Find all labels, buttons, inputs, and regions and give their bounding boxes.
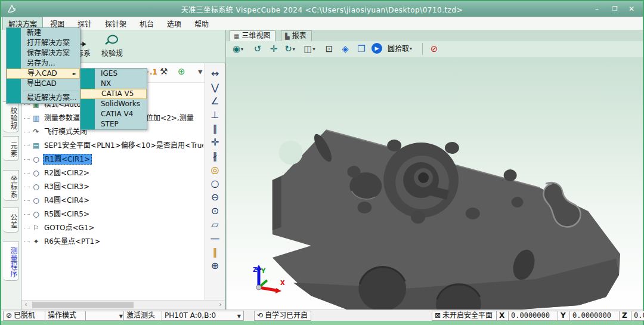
menubar-item[interactable]: 探针架 [99, 17, 132, 30]
menubar-item[interactable]: 选项 [161, 17, 187, 30]
distance-icon[interactable]: ↔ [205, 68, 225, 80]
menu-item-import-cad[interactable]: 导入CAD► [7, 69, 80, 79]
menu-item-label: 导出CAD [27, 79, 57, 88]
submenu-item-label: CATIA V5 [101, 89, 134, 98]
tree-connector [24, 228, 30, 229]
restore-button[interactable]: ❐ [607, 4, 623, 14]
close-button[interactable]: ✕ [624, 4, 639, 14]
menu-separator [23, 91, 79, 91]
pick-mode-dropdown[interactable]: 圆拾取▾ [388, 43, 412, 55]
tree-horizontal-scrollbar[interactable]: ‹ › [21, 300, 225, 309]
minimize-button[interactable]: – [589, 4, 605, 14]
tree-connector [24, 187, 30, 188]
sidebar-tab[interactable]: 校验规 [3, 101, 19, 132]
self-learning-icon: ⟲ [257, 311, 263, 320]
tree-connector [24, 146, 30, 147]
tree-item[interactable]: ▤SEP1安全平面<PLN1>偏移<10>是否启用<True> [24, 139, 203, 153]
offline-icon: ⊘ [6, 311, 12, 320]
window-select-icon[interactable]: ❐ [355, 43, 367, 55]
hammer-icon[interactable]: ⚒ [160, 66, 168, 77]
position-point-icon[interactable]: ✛ [205, 137, 225, 148]
toolbar-overflow-icon[interactable]: ▾ [198, 66, 203, 77]
axis-y-label: Y [261, 268, 265, 274]
coord-value: 0.0000000 [631, 311, 644, 321]
parallel-lines-icon[interactable]: ‖ [205, 246, 225, 258]
perpendicularity-icon[interactable]: ⊥ [205, 109, 225, 121]
window-bottom-border [1, 321, 643, 325]
parallelism-icon[interactable]: ∥ [205, 123, 225, 135]
menu-item-file[interactable]: 最近解决方案... [7, 93, 80, 103]
menu-item-file[interactable]: 导出CAD [7, 79, 80, 89]
play-icon[interactable]: ▶ [371, 43, 382, 54]
toolbar-separator [422, 43, 423, 55]
menu-item-file[interactable]: 另存为... [7, 58, 80, 69]
submenu-item-cad-format[interactable]: NX [80, 79, 147, 89]
import-cad-submenu: IGESNXCATIA V5SolidWorksCATIA V4STEP [80, 68, 147, 130]
true-position-icon[interactable]: ⊕ [205, 260, 225, 272]
angle-between-icon[interactable]: ⋁ [205, 82, 225, 94]
flatness-icon[interactable]: ▱ [205, 219, 225, 231]
submenu-item-cad-format[interactable]: STEP [80, 119, 147, 129]
tree-item[interactable]: ○R1圆<CIR1> [24, 153, 203, 166]
zoom-fit-icon[interactable]: ⊡ [323, 43, 335, 55]
menu-item-label: 打开解决方案 [27, 39, 70, 47]
scroll-right-arrow[interactable]: › [216, 301, 225, 309]
runout-icon[interactable]: ⊙ [205, 205, 225, 217]
sidebar-tab[interactable]: 坐标系 [3, 170, 19, 201]
menubar-item[interactable]: 帮助 [188, 17, 215, 30]
scrollbar-thumb[interactable] [32, 302, 134, 308]
submenu-item-cad-format[interactable]: SolidWorks [80, 99, 147, 109]
tree-item[interactable]: ○R5圆<CIR5> [24, 208, 203, 221]
roundness-icon[interactable]: ○ [205, 178, 225, 190]
tab-3d-view[interactable]: ▦三维视图 [230, 30, 275, 41]
orbit-icon[interactable]: ↺ [252, 43, 264, 55]
submenu-item-label: CATIA V4 [101, 110, 133, 118]
tree-connector [24, 132, 30, 133]
tree-item[interactable]: ○R2圆<CIR2> [24, 166, 203, 180]
menu-item-label: 新建 [27, 29, 41, 37]
concentricity-icon[interactable]: ◎ [205, 164, 225, 176]
operation-mode-label: 操作模式 [45, 311, 86, 321]
symmetry-icon[interactable]: ∦ [205, 150, 225, 162]
tree-item[interactable]: ○R4圆<CIR4> [24, 194, 203, 208]
circle-feature-icon: ○ [31, 208, 41, 221]
pan-icon[interactable]: ✛ [268, 43, 280, 55]
menu-item-label: 最近解决方案... [27, 94, 76, 102]
locate-icon[interactable]: ◈ [339, 43, 351, 55]
probe-target-icon[interactable]: ⊕ [178, 66, 185, 77]
view-visibility-icon[interactable]: ◉▾ [232, 43, 244, 55]
active-probe-select[interactable]: PH10T A:0,B:0▼ [162, 311, 244, 321]
cube-view-icon[interactable]: ◫▾ [304, 43, 315, 55]
probe-disabled-icon[interactable]: ⊘ [428, 43, 440, 55]
gauge-check-button[interactable]: 校验规 [97, 33, 128, 58]
chevron-down-icon: ▼ [237, 312, 241, 321]
tree-item[interactable]: ✦R6矢量点<PT1> [24, 235, 203, 249]
scroll-left-arrow[interactable]: ‹ [21, 301, 30, 309]
title-bar: 天准三坐标系统 VispecCube 2024 <C:\Users\jiaosi… [1, 1, 643, 17]
angle-icon[interactable]: ∠ [205, 95, 225, 107]
tab-3d-view-label: 三维视图 [242, 32, 270, 40]
sidebar-tab[interactable]: 元素 [3, 136, 19, 161]
submenu-item-label: IGES [101, 69, 117, 78]
menu-item-file[interactable]: 新建 [7, 28, 80, 38]
menu-item-file[interactable]: 保存解决方案 [7, 48, 80, 58]
circle-line-icon[interactable]: ⊖ [205, 191, 225, 203]
sidebar-tab[interactable]: 测量程序 [3, 242, 19, 281]
submenu-item-cad-format[interactable]: CATIA V4 [80, 109, 147, 119]
rotate-icon[interactable]: ↻▾ [284, 43, 296, 55]
operation-mode-select[interactable]: ▼ [85, 311, 126, 321]
straightness-icon[interactable]: — [205, 233, 225, 244]
submenu-item-cad-format[interactable]: IGES [80, 69, 147, 79]
submenu-item-label: NX [101, 79, 111, 88]
sidebar-tab[interactable]: 公差 [3, 208, 19, 233]
menubar-item[interactable]: 机台 [134, 17, 160, 30]
viewport-3d[interactable]: Z Y X [226, 57, 643, 310]
tree-item[interactable]: ○R3圆<CIR3> [24, 180, 203, 194]
submenu-item-cad-format[interactable]: CATIA V5 [80, 89, 147, 99]
tree-item-label: SEP1安全平面<PLN1>偏移<10>是否启用<True> [43, 141, 203, 150]
tab-report[interactable]: ▙报表 [281, 30, 312, 41]
tree-connector [24, 173, 30, 174]
circle-feature-icon: ○ [31, 153, 41, 166]
menu-item-file[interactable]: 打开解决方案 [7, 38, 80, 48]
tree-item[interactable]: ⚐GOTO点<G1> [24, 221, 203, 235]
